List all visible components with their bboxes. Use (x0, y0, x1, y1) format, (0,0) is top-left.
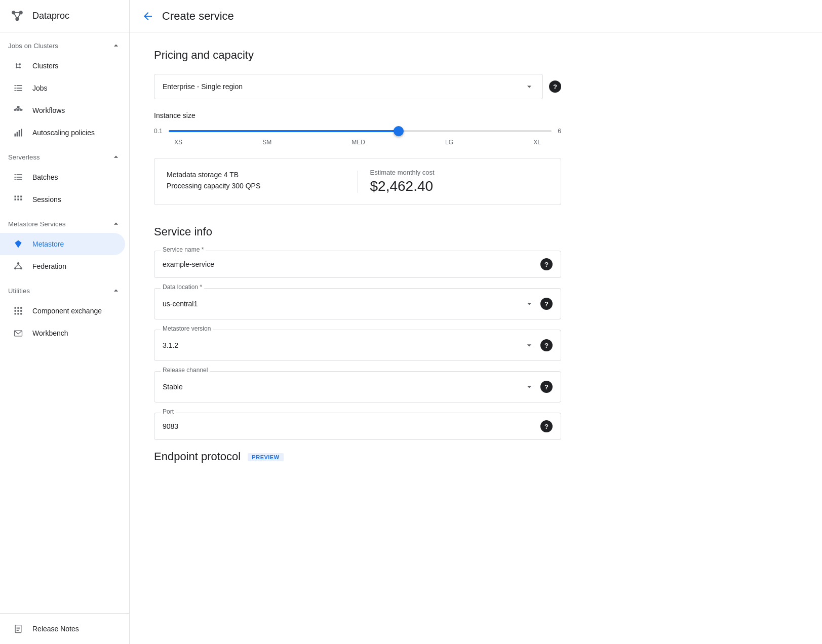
svg-rect-36 (17, 179, 22, 180)
sidebar-item-jobs[interactable]: Jobs (0, 77, 125, 99)
svg-rect-27 (15, 134, 16, 137)
release-channel-value: Stable (163, 383, 183, 391)
metastore-version-help-icon[interactable]: ? (540, 339, 553, 351)
port-input[interactable] (154, 413, 561, 439)
svg-rect-57 (17, 313, 19, 314)
metastore-version-field[interactable]: Metastore version 3.1.2 ? (154, 330, 561, 361)
metastore-version-select[interactable]: 3.1.2 ? (154, 330, 561, 360)
svg-rect-51 (17, 307, 19, 309)
svg-rect-22 (17, 109, 20, 111)
metadata-label: Metadata storage (167, 171, 222, 179)
section-utilities: Utilities Component exchange Workbench (0, 277, 129, 344)
port-label: Port (161, 408, 176, 415)
sidebar-item-batches[interactable]: Batches (0, 166, 125, 188)
section-metastore-services: Metastore Services Metastore Federation (0, 211, 129, 277)
notes-icon (12, 623, 24, 635)
service-info-title: Service info (154, 225, 561, 238)
svg-rect-14 (15, 85, 16, 86)
service-name-input[interactable] (154, 251, 561, 277)
port-help-icon[interactable]: ? (540, 420, 553, 432)
sidebar-item-component-exchange[interactable]: Component exchange (0, 300, 125, 322)
slider-label-sm: SM (262, 139, 271, 146)
sidebar-footer: Release Notes (0, 613, 129, 644)
release-channel-help-icon[interactable]: ? (540, 381, 553, 393)
sidebar-item-label: Jobs (32, 84, 48, 92)
release-channel-select[interactable]: Stable ? (154, 372, 561, 402)
grid-icon (12, 60, 24, 72)
sidebar-item-sessions[interactable]: Sessions (0, 188, 125, 211)
svg-rect-32 (17, 174, 22, 175)
pricing-info-card: Metadata storage 4 TB Processing capacit… (154, 158, 561, 205)
processing-label: Processing capacity (167, 182, 230, 190)
diamond-icon (12, 238, 24, 250)
slider-track (169, 130, 552, 132)
list-icon (12, 82, 24, 94)
preview-badge: PREVIEW (248, 453, 283, 461)
instance-size-slider: 0.1 6 XS SM MED LG XL (154, 128, 561, 146)
chevron-up-icon (111, 41, 121, 51)
sidebar-item-clusters[interactable]: Clusters (0, 55, 125, 77)
slider-min-label: 0.1 (154, 128, 163, 135)
release-channel-label: Release channel (161, 367, 210, 374)
svg-point-2 (15, 17, 19, 20)
tier-help-icon[interactable]: ? (549, 80, 561, 93)
data-location-value: us-central1 (163, 300, 198, 308)
sidebar-item-workbench[interactable]: Workbench (0, 322, 125, 344)
sidebar-item-autoscaling[interactable]: Autoscaling policies (0, 122, 125, 144)
svg-rect-52 (20, 307, 22, 309)
sidebar-item-label: Batches (32, 173, 58, 181)
bar-icon (12, 127, 24, 139)
sidebar-item-workflows[interactable]: Workflows (0, 99, 125, 122)
sidebar-item-release-notes[interactable]: Release Notes (0, 618, 125, 640)
slider-label-xl: XL (533, 139, 541, 146)
svg-rect-54 (17, 310, 19, 311)
processing-capacity-row: Processing capacity 300 QPS (167, 182, 345, 190)
svg-rect-31 (15, 174, 16, 175)
list-icon (12, 171, 24, 183)
release-channel-field[interactable]: Release channel Stable ? (154, 371, 561, 402)
tier-dropdown[interactable]: Enterprise - Single region (154, 74, 543, 99)
release-channel-chevron (524, 382, 534, 392)
svg-rect-23 (20, 109, 22, 111)
svg-point-44 (17, 262, 19, 264)
svg-rect-20 (17, 106, 20, 108)
data-location-field[interactable]: Data location * us-central1 ? (154, 288, 561, 319)
endpoint-title: Endpoint protocol PREVIEW (154, 450, 561, 463)
slider-max-label: 6 (558, 128, 561, 135)
section-jobs-toggle[interactable]: Jobs on Clusters (0, 32, 129, 55)
sidebar-item-metastore[interactable]: Metastore (0, 233, 125, 255)
sidebar-item-federation[interactable]: Federation (0, 255, 125, 277)
tier-dropdown-value: Enterprise - Single region (163, 83, 243, 91)
svg-rect-17 (17, 88, 22, 89)
service-name-help-icon[interactable]: ? (540, 258, 553, 270)
svg-rect-18 (15, 90, 16, 91)
section-metastore-toggle[interactable]: Metastore Services (0, 211, 129, 233)
metastore-version-value: 3.1.2 (163, 341, 178, 349)
section-serverless: Serverless Batches Sessions (0, 144, 129, 211)
section-utilities-toggle[interactable]: Utilities (0, 277, 129, 300)
sidebar: Dataproc Jobs on Clusters Clusters Jobs … (0, 0, 130, 644)
svg-point-45 (14, 267, 16, 269)
section-serverless-toggle[interactable]: Serverless (0, 144, 129, 166)
processing-value: 300 QPS (231, 182, 260, 190)
sidebar-item-label: Clusters (32, 62, 58, 70)
section-jobs-on-clusters: Jobs on Clusters Clusters Jobs Workflows (0, 32, 129, 144)
nodes-icon (12, 260, 24, 272)
form-content: Pricing and capacity Enterprise - Single… (130, 32, 585, 481)
svg-line-4 (14, 12, 17, 19)
svg-rect-35 (15, 179, 16, 180)
metastore-version-chevron (524, 340, 534, 350)
sidebar-item-label: Workflows (32, 106, 65, 114)
data-location-help-icon[interactable]: ? (540, 298, 553, 310)
section-jobs-title: Jobs on Clusters (8, 42, 58, 50)
section-utilities-title: Utilities (8, 287, 30, 295)
svg-rect-30 (21, 129, 22, 137)
svg-line-5 (17, 12, 21, 19)
back-button[interactable] (142, 10, 154, 22)
sidebar-item-label: Workbench (32, 329, 68, 337)
data-location-select[interactable]: us-central1 ? (154, 289, 561, 319)
info-card-left: Metadata storage 4 TB Processing capacit… (167, 171, 358, 193)
svg-rect-40 (15, 198, 16, 200)
svg-rect-34 (17, 177, 22, 178)
metadata-storage-row: Metadata storage 4 TB (167, 171, 345, 179)
